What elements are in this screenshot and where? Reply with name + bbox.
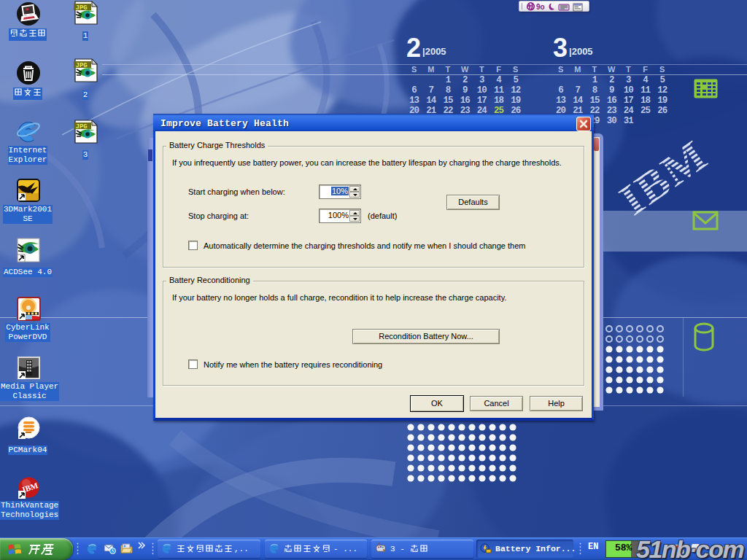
svg-text:IBM: IBM xyxy=(611,130,716,220)
svg-text:,...: ,... xyxy=(234,545,249,553)
svg-text:3 -: 3 - xyxy=(390,545,405,553)
svg-text:- ...: - ... xyxy=(333,545,357,553)
svg-text:9o: 9o xyxy=(536,3,545,11)
